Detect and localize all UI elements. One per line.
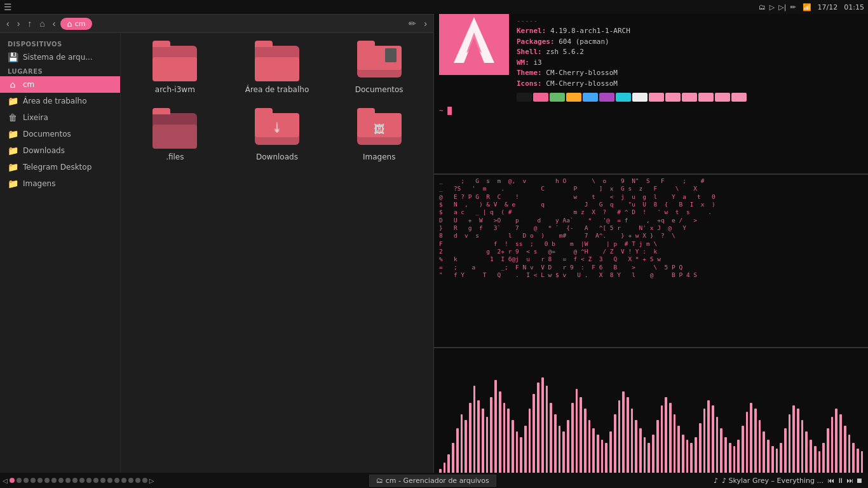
ws-6[interactable] bbox=[44, 478, 50, 483]
ws-18[interactable] bbox=[128, 478, 133, 483]
folder-desktop[interactable]: Área de trabalho bbox=[229, 39, 325, 100]
terminal-prompt: ~ █ bbox=[439, 107, 863, 115]
nf-kernel-line: Kernel: 4.19.8-arch1-1-ARCH bbox=[517, 26, 863, 37]
ws-3[interactable] bbox=[24, 478, 29, 483]
ws-1[interactable] bbox=[10, 478, 15, 483]
tray-icons: 🗂 ▷ ▷| ✏ bbox=[759, 3, 796, 11]
fm-content: arch-i3wm Área de trabalho Documentos bbox=[121, 33, 433, 474]
next-track-button[interactable]: ⏭ bbox=[846, 477, 853, 485]
ws-16[interactable] bbox=[114, 478, 119, 483]
folder-files[interactable]: .files bbox=[127, 107, 223, 168]
vis-bar-23 bbox=[537, 383, 539, 483]
vis-bar-12 bbox=[490, 397, 492, 483]
neofetch-inner: cm@cm ----- Kernel: 4.19.8-arch1-1-ARCH … bbox=[439, 5, 863, 102]
vis-bar-54 bbox=[669, 403, 672, 483]
vis-bar-44 bbox=[627, 397, 629, 483]
folder-images[interactable]: 🖼 Imagens bbox=[331, 107, 427, 168]
vis-bar-32 bbox=[576, 389, 578, 483]
folder-downloads-label: Downloads bbox=[256, 152, 298, 161]
prev-track-button[interactable]: ⏮ bbox=[827, 477, 834, 485]
folder-arch-i3wm-icon bbox=[153, 46, 197, 81]
ws-12[interactable] bbox=[86, 478, 92, 483]
ws-20[interactable] bbox=[142, 478, 147, 483]
terminal-ascii[interactable]: _ ; G s m @, v h O \ o 9 N" S F ; # _ ?S… bbox=[434, 175, 868, 348]
ascii-line-8: 8 d v s l D o ) m# 7 A^. } + w X } ? \ bbox=[439, 232, 863, 240]
folder-documents[interactable]: Documentos bbox=[331, 39, 427, 100]
sidebar-item-images[interactable]: 📁 Imagens bbox=[0, 175, 120, 192]
sidebar-item-cm[interactable]: ⌂ cm bbox=[0, 76, 120, 93]
sidebar-item-downloads[interactable]: 📁 Downloads bbox=[0, 142, 120, 159]
vis-bar-34 bbox=[584, 409, 587, 483]
places-section-title: LUGARES bbox=[0, 65, 120, 76]
sidebar-docs-label: Documentos bbox=[23, 130, 71, 139]
ws-2[interactable] bbox=[17, 478, 22, 483]
folder-desktop-label: Área de trabalho bbox=[245, 85, 309, 94]
ws-7[interactable] bbox=[51, 478, 57, 483]
next-location-button[interactable]: › bbox=[421, 17, 430, 30]
fm-sidebar: DISPOSITIVOS 💾 Sistema de arqu... LUGARE… bbox=[0, 33, 121, 474]
ws-14[interactable] bbox=[100, 478, 105, 483]
ascii-line-10: 2 g 2+ r 9 < s @= @ ^H / Z V ! Y : k bbox=[439, 248, 863, 255]
play-tray-icon[interactable]: ▷ bbox=[770, 3, 775, 11]
fm-body: DISPOSITIVOS 💾 Sistema de arqu... LUGARE… bbox=[0, 33, 433, 474]
fm-toolbar: ‹ › ↑ ⌂ ‹ ⌂ cm ✏ › bbox=[0, 15, 433, 33]
ws-13[interactable] bbox=[93, 478, 98, 483]
ws-4[interactable] bbox=[31, 478, 36, 483]
taskbar-fm-label: cm - Gerenciador de arquivos bbox=[386, 477, 489, 485]
ws-11[interactable] bbox=[79, 478, 85, 483]
folder-images-label: Imagens bbox=[363, 152, 395, 161]
folder-arch-i3wm-label: arch-i3wm bbox=[155, 85, 195, 94]
ws-8[interactable] bbox=[58, 478, 64, 483]
sidebar-item-system[interactable]: 💾 Sistema de arqu... bbox=[0, 49, 120, 65]
home-button[interactable]: ⌂ bbox=[37, 17, 47, 30]
sidebar-item-documents[interactable]: 📁 Documentos bbox=[0, 126, 120, 142]
prev-location-button[interactable]: ‹ bbox=[50, 17, 58, 30]
vis-bar-74 bbox=[754, 409, 757, 483]
ws-19[interactable] bbox=[135, 478, 140, 483]
music-title: ♪ Skylar Grey – Everything ... bbox=[722, 477, 824, 485]
vis-bar-43 bbox=[622, 391, 625, 483]
ws-9[interactable] bbox=[65, 478, 71, 483]
edit-location-button[interactable]: ✏ bbox=[406, 17, 419, 30]
ws-prev-icon[interactable]: ◁ bbox=[3, 477, 8, 484]
play-pause-button[interactable]: ⏸ bbox=[837, 477, 844, 485]
folder-arch-i3wm[interactable]: arch-i3wm bbox=[127, 39, 223, 100]
ws-15[interactable] bbox=[107, 478, 112, 483]
crumb-home-icon: ⌂ bbox=[67, 19, 72, 29]
folder-documents-icon bbox=[357, 46, 402, 81]
stop-button[interactable]: ⏹ bbox=[856, 477, 863, 485]
sidebar-downloads-label: Downloads bbox=[23, 146, 65, 155]
vis-bar-16 bbox=[507, 409, 510, 483]
media-controls: ⏮ ⏸ ⏭ ⏹ bbox=[827, 477, 863, 485]
ws-17[interactable] bbox=[121, 478, 126, 483]
terminal-neofetch[interactable]: cm@cm ----- Kernel: 4.19.8-arch1-1-ARCH … bbox=[434, 0, 868, 175]
skip-tray-icon[interactable]: ▷| bbox=[778, 3, 786, 11]
ascii-line-2: _ ?S ' m . C P ] x G s z F \ X bbox=[439, 185, 863, 193]
vis-bar-83 bbox=[792, 405, 795, 483]
address-crumb[interactable]: ⌂ cm bbox=[60, 18, 92, 30]
ws-next-icon[interactable]: ▷ bbox=[149, 477, 154, 484]
sidebar-item-telegram[interactable]: 📁 Telegram Desktop bbox=[0, 159, 120, 175]
edit-tray-icon[interactable]: ✏ bbox=[790, 3, 796, 11]
up-button[interactable]: ↑ bbox=[25, 17, 34, 30]
taskbar: ◁ ▷ 🗂 cm - Gerenciador de arquivos ♪ ♪ S… bbox=[0, 473, 868, 488]
ascii-line-1: _ ; G s m @, v h O \ o 9 N" S F ; # bbox=[439, 177, 863, 185]
desktop-sidebar-icon: 📁 bbox=[8, 96, 18, 106]
folder-images-icon: 🖼 bbox=[357, 113, 402, 149]
ws-5[interactable] bbox=[37, 478, 43, 483]
vis-bar-53 bbox=[665, 397, 667, 483]
docs-sidebar-icon: 📁 bbox=[8, 129, 18, 139]
sidebar-item-desktop[interactable]: 📁 Área de trabalho bbox=[0, 93, 120, 109]
hamburger-menu[interactable]: ☰ bbox=[4, 2, 12, 12]
taskbar-item-filemanager[interactable]: 🗂 cm - Gerenciador de arquivos bbox=[369, 475, 496, 487]
vis-bar-22 bbox=[532, 394, 535, 483]
folder-downloads[interactable]: ↓ Downloads bbox=[229, 107, 325, 168]
folder-tray-icon[interactable]: 🗂 bbox=[759, 3, 766, 11]
sidebar-item-trash[interactable]: 🗑 Lixeira bbox=[0, 109, 120, 126]
ws-10[interactable] bbox=[72, 478, 78, 483]
hdd-icon: 💾 bbox=[8, 52, 18, 62]
forward-button[interactable]: › bbox=[15, 17, 23, 30]
nf-separator-line: ----- bbox=[517, 16, 863, 27]
folder-files-icon bbox=[153, 113, 197, 149]
back-button[interactable]: ‹ bbox=[4, 17, 12, 30]
